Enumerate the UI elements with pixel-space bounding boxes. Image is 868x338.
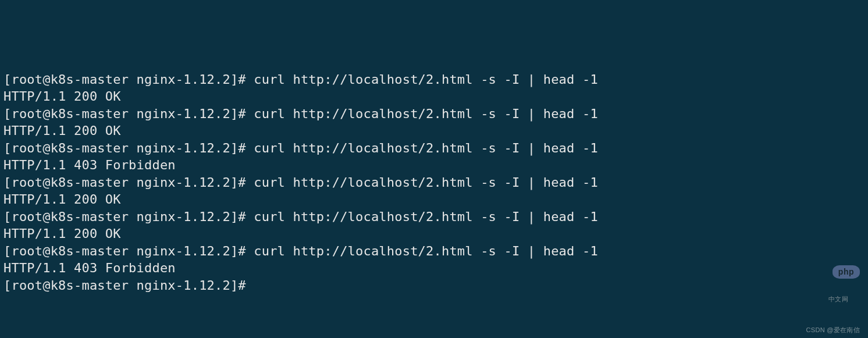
output-line: HTTP/1.1 200 OK xyxy=(3,88,865,105)
prompt: [root@k8s-master nginx-1.12.2]# xyxy=(3,175,254,190)
output-line: HTTP/1.1 200 OK xyxy=(3,191,865,208)
prompt: [root@k8s-master nginx-1.12.2]# xyxy=(3,244,254,258)
command: curl http://localhost/2.html -s -I | hea… xyxy=(254,209,598,224)
terminal-line: [root@k8s-master nginx-1.12.2]# curl htt… xyxy=(3,71,865,88)
php-cn-text: 中文网 xyxy=(817,295,860,304)
terminal-output[interactable]: [root@k8s-master nginx-1.12.2]# curl htt… xyxy=(3,71,865,294)
prompt: [root@k8s-master nginx-1.12.2]# xyxy=(3,106,254,121)
command: curl http://localhost/2.html -s -I | hea… xyxy=(254,244,598,258)
command: curl http://localhost/2.html -s -I | hea… xyxy=(254,141,598,155)
command: curl http://localhost/2.html -s -I | hea… xyxy=(254,106,598,121)
output-line: HTTP/1.1 200 OK xyxy=(3,122,865,139)
terminal-line: [root@k8s-master nginx-1.12.2]# curl htt… xyxy=(3,105,865,122)
output-line: HTTP/1.1 403 Forbidden xyxy=(3,156,865,173)
terminal-line: [root@k8s-master nginx-1.12.2]# curl htt… xyxy=(3,243,865,259)
prompt: [root@k8s-master nginx-1.12.2]# xyxy=(3,72,254,87)
prompt: [root@k8s-master nginx-1.12.2]# xyxy=(3,209,254,224)
csdn-watermark: CSDN @爱在南信 xyxy=(806,326,860,335)
terminal-line: [root@k8s-master nginx-1.12.2]# curl htt… xyxy=(3,140,865,156)
prompt: [root@k8s-master nginx-1.12.2]# xyxy=(3,141,254,155)
output-line: HTTP/1.1 200 OK xyxy=(3,225,865,242)
terminal-line: [root@k8s-master nginx-1.12.2]# curl htt… xyxy=(3,208,865,225)
terminal-line: [root@k8s-master nginx-1.12.2]# curl htt… xyxy=(3,174,865,191)
output-line: HTTP/1.1 403 Forbidden xyxy=(3,259,865,276)
terminal-line: [root@k8s-master nginx-1.12.2]# xyxy=(3,277,865,294)
prompt: [root@k8s-master nginx-1.12.2]# xyxy=(3,278,254,293)
command: curl http://localhost/2.html -s -I | hea… xyxy=(254,72,598,87)
command: curl http://localhost/2.html -s -I | hea… xyxy=(254,175,598,190)
